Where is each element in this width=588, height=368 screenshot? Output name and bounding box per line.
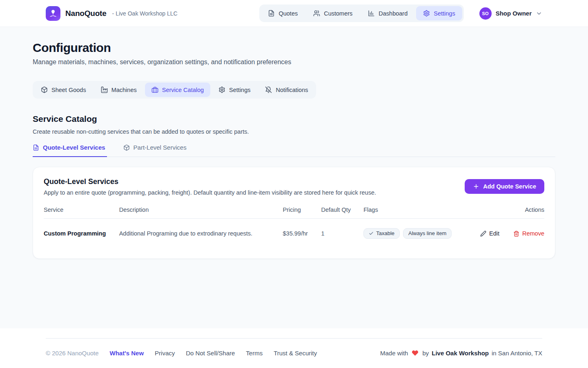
chevron-down-icon <box>536 10 542 17</box>
package-icon <box>41 86 48 93</box>
main-nav: Quotes Customers Dashboard Settings <box>259 4 463 22</box>
bell-off-icon <box>265 86 272 93</box>
tab-notifications[interactable]: Notifications <box>258 83 314 97</box>
card-subtitle: Apply to an entire quote (programming, p… <box>44 189 376 196</box>
terms-link[interactable]: Terms <box>246 350 263 357</box>
privacy-link[interactable]: Privacy <box>155 350 175 357</box>
section-title: Service Catalog <box>33 114 555 124</box>
tab-label: Quote-Level Services <box>43 144 105 151</box>
package-icon <box>123 144 130 151</box>
main-content: Configuration Manage materials, machines… <box>0 27 588 328</box>
remove-button[interactable]: Remove <box>513 230 544 237</box>
taxable-badge: Taxable <box>363 228 400 239</box>
made-with-by: by <box>422 350 429 357</box>
made-with-location: in San Antonio, TX <box>492 350 542 357</box>
service-pricing: $35.99/hr <box>283 219 321 249</box>
made-with-prefix: Made with <box>380 350 408 357</box>
table-header-row: Service Description Pricing Default Qty … <box>44 202 544 219</box>
trash-icon <box>513 231 519 237</box>
remove-label: Remove <box>522 230 544 237</box>
made-with-text: Made with by Live Oak Workshop in San An… <box>380 350 542 357</box>
page-subtitle: Manage materials, machines, services, or… <box>33 58 555 66</box>
service-default-qty: 1 <box>321 219 363 249</box>
nav-label: Dashboard <box>379 10 408 17</box>
factory-icon <box>101 86 108 93</box>
badge-label: Always line item <box>408 230 446 236</box>
brand-name: NanoQuote <box>65 9 107 18</box>
brand[interactable]: NanoQuote - Live Oak Workshop LLC <box>46 6 178 21</box>
copyright-text: © 2026 NanoQuote <box>46 350 98 357</box>
edit-label: Edit <box>489 230 499 237</box>
users-icon <box>313 10 320 17</box>
add-button-label: Add Quote Service <box>483 183 536 190</box>
tab-service-catalog[interactable]: Service Catalog <box>145 83 210 97</box>
file-text-icon <box>268 10 275 17</box>
edit-button[interactable]: Edit <box>480 230 499 237</box>
tab-label: Notifications <box>276 87 308 93</box>
tab-label: Settings <box>229 87 250 93</box>
quote-level-services-card: Quote-Level Services Apply to an entire … <box>33 167 555 259</box>
gear-icon <box>218 86 225 93</box>
pencil-icon <box>480 231 486 237</box>
page-title: Configuration <box>33 41 555 55</box>
do-not-sell-link[interactable]: Do Not Sell/Share <box>186 350 235 357</box>
service-level-tab-bar: Quote-Level Services Part-Level Services <box>33 141 555 157</box>
app-footer: © 2026 NanoQuote What's New Privacy Do N… <box>0 328 588 368</box>
nav-item-settings[interactable]: Settings <box>416 6 462 20</box>
plus-icon <box>473 183 479 190</box>
file-text-icon <box>33 144 39 151</box>
col-service: Service <box>44 202 119 219</box>
card-title: Quote-Level Services <box>44 177 376 186</box>
col-flags: Flags <box>363 202 469 219</box>
col-description: Description <box>119 202 283 219</box>
tab-label: Sheet Goods <box>51 87 86 93</box>
nav-label: Settings <box>434 10 455 17</box>
col-default-qty: Default Qty <box>321 202 363 219</box>
tab-part-level-services[interactable]: Part-Level Services <box>123 141 188 157</box>
add-quote-service-button[interactable]: Add Quote Service <box>465 179 544 194</box>
gear-icon <box>423 10 430 17</box>
check-icon <box>369 231 374 236</box>
nav-item-quotes[interactable]: Quotes <box>261 6 305 20</box>
briefcase-icon <box>151 86 158 93</box>
nav-item-dashboard[interactable]: Dashboard <box>361 6 414 20</box>
company-name: Live Oak Workshop <box>432 350 489 357</box>
always-line-item-badge: Always line item <box>403 228 452 239</box>
tab-label: Part-Level Services <box>134 144 187 151</box>
user-menu[interactable]: SO Shop Owner <box>479 7 542 20</box>
brand-org: - Live Oak Workshop LLC <box>112 10 178 17</box>
badge-label: Taxable <box>376 230 394 236</box>
tab-label: Machines <box>111 87 137 93</box>
user-name: Shop Owner <box>496 10 532 17</box>
tab-settings[interactable]: Settings <box>212 83 257 97</box>
tab-label: Service Catalog <box>162 87 204 93</box>
service-description: Additional Programing due to extrodinary… <box>119 219 283 249</box>
heart-icon <box>412 350 419 357</box>
nav-item-customers[interactable]: Customers <box>306 6 359 20</box>
section-subtitle: Create reusable non-cutting services tha… <box>33 128 555 135</box>
nav-label: Quotes <box>278 10 298 17</box>
tab-machines[interactable]: Machines <box>94 83 143 97</box>
service-name: Custom Programming <box>44 230 106 237</box>
bar-chart-icon <box>368 10 375 17</box>
avatar: SO <box>479 7 492 20</box>
nav-label: Customers <box>324 10 352 17</box>
tab-quote-level-services[interactable]: Quote-Level Services <box>33 141 107 157</box>
app-header: NanoQuote - Live Oak Workshop LLC Quotes… <box>0 0 588 27</box>
services-table: Service Description Pricing Default Qty … <box>44 202 544 249</box>
col-pricing: Pricing <box>283 202 321 219</box>
whats-new-link[interactable]: What's New <box>109 350 144 357</box>
tab-sheet-goods[interactable]: Sheet Goods <box>34 83 93 97</box>
col-actions: Actions <box>469 202 544 219</box>
config-tab-bar: Sheet Goods Machines Service Catalog Set… <box>33 81 316 99</box>
table-row: Custom Programming Additional Programing… <box>44 219 544 249</box>
trust-security-link[interactable]: Trust & Security <box>274 350 317 357</box>
laser-cutter-icon <box>46 6 60 21</box>
